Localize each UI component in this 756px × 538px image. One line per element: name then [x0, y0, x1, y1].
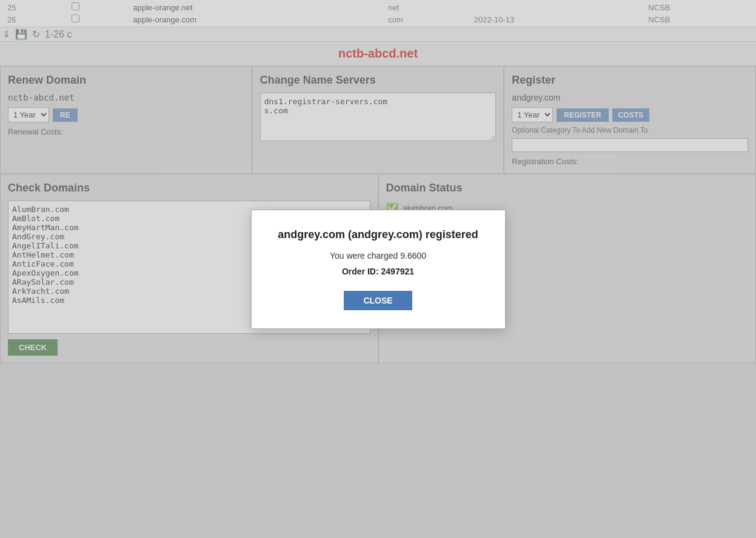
modal-box: andgrey.com (andgrey.com) registered You… [251, 210, 506, 329]
modal-close-button[interactable]: CLOSE [344, 291, 412, 310]
modal-title: andgrey.com (andgrey.com) registered [276, 228, 481, 241]
modal-order: Order ID: 2497921 [276, 267, 481, 276]
modal-charge: You were charged 9.6600 [276, 251, 481, 261]
modal-overlay: andgrey.com (andgrey.com) registered You… [0, 0, 756, 364]
